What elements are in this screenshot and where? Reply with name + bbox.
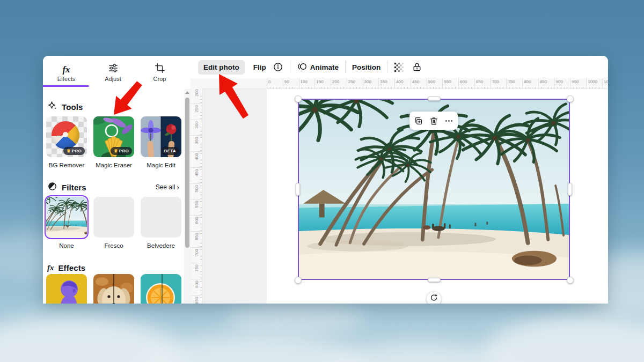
- ruler-minor-tick: [513, 87, 513, 88]
- ruler-minor-tick: [200, 271, 202, 272]
- ruler-minor-tick: [200, 128, 202, 128]
- ruler-label: 350: [194, 137, 199, 144]
- more-icon[interactable]: [443, 114, 456, 127]
- ruler-minor-tick: [576, 87, 577, 88]
- ruler-minor-tick: [481, 87, 481, 88]
- ruler-minor-tick: [200, 243, 202, 243]
- design-canvas: [202, 89, 608, 304]
- tab-label: Effects: [57, 76, 75, 82]
- fx-icon: fx: [47, 264, 54, 272]
- selection-handle-top-left[interactable]: [295, 95, 302, 102]
- flip-button[interactable]: Flip: [253, 63, 266, 71]
- ruler-label: 450: [412, 79, 419, 84]
- tab-effects[interactable]: fx Effects: [43, 58, 90, 86]
- filter-card-fresco[interactable]: Fresco: [93, 197, 134, 249]
- ruler-minor-tick: [340, 87, 341, 88]
- transparency-icon[interactable]: [394, 62, 404, 72]
- ruler-tick: [191, 183, 202, 184]
- ruler-minor-tick: [519, 87, 519, 88]
- ruler-tick: [394, 78, 395, 89]
- tool-label: Magic Edit: [141, 162, 181, 168]
- ruler-minor-tick: [200, 137, 202, 138]
- ruler-label: 300: [364, 79, 371, 84]
- ruler-minor-tick: [280, 87, 280, 88]
- lock-icon[interactable]: [412, 62, 422, 72]
- ruler-tick: [411, 78, 411, 89]
- ruler-minor-tick: [200, 246, 202, 247]
- fx-icon: fx: [62, 62, 70, 74]
- ruler-minor-tick: [445, 87, 446, 88]
- ruler-minor-tick: [200, 179, 202, 180]
- filter-card-none[interactable]: None: [46, 197, 87, 249]
- ruler-minor-tick: [200, 281, 202, 282]
- ruler-minor-tick: [551, 87, 552, 88]
- ruler-tick: [191, 135, 202, 136]
- canva-app-window: fx Effects Adjust: [43, 56, 608, 304]
- ruler-minor-tick: [391, 87, 392, 88]
- effect-card-orange[interactable]: [141, 274, 181, 304]
- ruler-tick: [347, 78, 347, 89]
- tool-card-bg-remover[interactable]: ♛PRO BG Remover: [46, 116, 87, 168]
- ruler-tick: [191, 167, 202, 168]
- selection-handle-top[interactable]: [428, 97, 441, 101]
- edit-photo-button[interactable]: Edit photo: [198, 60, 245, 75]
- ruler-minor-tick: [200, 224, 202, 224]
- ruler-minor-tick: [276, 87, 277, 88]
- ruler-label: 200: [332, 79, 339, 84]
- ruler-label: 150: [316, 79, 323, 84]
- sidebar-scrollbar: [184, 89, 191, 304]
- ruler-tick: [191, 104, 202, 104]
- ruler-label: 1050: [604, 79, 608, 84]
- ruler-minor-tick: [337, 87, 338, 88]
- ruler-tick: [191, 199, 202, 200]
- tool-card-magic-edit[interactable]: BETA Magic Edit: [141, 116, 181, 168]
- effect-card-dog[interactable]: [93, 274, 134, 304]
- duplicate-icon[interactable]: [412, 114, 425, 127]
- scrollbar-up-arrow[interactable]: [185, 91, 189, 94]
- ruler-minor-tick: [580, 87, 580, 88]
- ruler-minor-tick: [200, 182, 202, 183]
- ruler-minor-tick: [321, 87, 321, 88]
- selection-handle-bottom-left[interactable]: [295, 277, 302, 284]
- tab-adjust[interactable]: Adjust: [90, 58, 136, 86]
- ruler-minor-tick: [589, 87, 590, 88]
- context-toolbar: Edit photo Flip Animate Position: [191, 56, 608, 78]
- ruler-minor-tick: [200, 217, 202, 218]
- effect-card-duotone[interactable]: [46, 274, 87, 304]
- filter-label: Fresco: [93, 242, 134, 249]
- ruler-tick: [191, 151, 202, 152]
- ruler-minor-tick: [200, 115, 202, 116]
- ruler-minor-tick: [436, 87, 436, 88]
- delete-icon[interactable]: [427, 114, 440, 127]
- info-icon[interactable]: [273, 62, 283, 72]
- ruler-minor-tick: [200, 99, 202, 100]
- ruler-minor-tick: [200, 150, 202, 151]
- selection-handle-left[interactable]: [296, 183, 300, 196]
- animate-button[interactable]: Animate: [297, 61, 339, 73]
- selection-handle-top-right[interactable]: [567, 95, 574, 102]
- ruler-tick: [299, 78, 299, 89]
- ruler-label: 1000: [588, 79, 597, 84]
- ruler-minor-tick: [334, 87, 334, 88]
- ruler-minor-tick: [200, 278, 202, 278]
- ruler-minor-tick: [500, 87, 500, 88]
- ruler-tick: [331, 78, 331, 89]
- ruler-minor-tick: [401, 87, 401, 88]
- ruler-minor-tick: [273, 87, 274, 88]
- active-tab-underline: [43, 85, 89, 87]
- ruler-label: 550: [444, 79, 451, 84]
- filters-see-all-link[interactable]: See all ›: [156, 183, 179, 191]
- ruler-tick: [491, 78, 491, 89]
- filter-card-belvedere[interactable]: Belvedere: [141, 197, 181, 249]
- tool-card-magic-eraser[interactable]: ♛PRO Magic Eraser: [93, 116, 134, 168]
- ruler-minor-tick: [388, 87, 389, 88]
- selection-handle-bottom-right[interactable]: [567, 277, 574, 284]
- rotate-handle[interactable]: [427, 292, 441, 304]
- ruler-label: 700: [492, 79, 499, 84]
- position-button[interactable]: Position: [352, 63, 380, 71]
- ruler-tick: [191, 279, 202, 279]
- selection-handle-bottom[interactable]: [428, 278, 441, 282]
- tab-crop[interactable]: Crop: [136, 58, 183, 86]
- selection-handle-right[interactable]: [568, 183, 572, 196]
- scrollbar-thumb[interactable]: [185, 98, 189, 248]
